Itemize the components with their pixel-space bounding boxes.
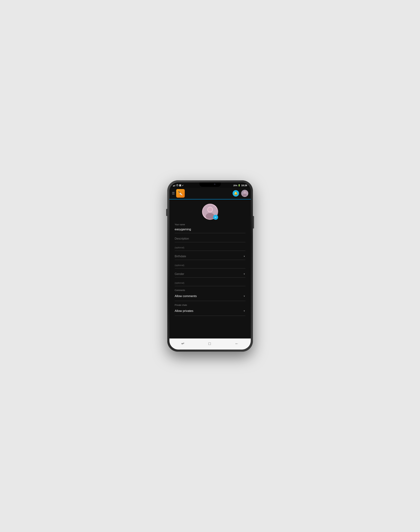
comments-value: Allow comments: [175, 293, 197, 299]
svg-point-9: [208, 207, 212, 212]
header-right: 🔔: [233, 190, 248, 197]
gender-row[interactable]: Gender ▼: [175, 271, 245, 277]
comments-row[interactable]: Allow comments ▼: [175, 292, 245, 300]
gender-hint: (optional): [175, 280, 245, 285]
private-chats-label: Private chats: [175, 304, 245, 306]
comments-divider: [175, 301, 245, 301]
edit-avatar-button[interactable]: ✏: [213, 215, 218, 220]
birthdate-arrow-icon: ▼: [243, 255, 245, 258]
status-right: 25% 🔋 18:26: [233, 184, 247, 187]
menu-icon[interactable]: ☰: [172, 192, 175, 195]
name-input[interactable]: [175, 227, 245, 232]
description-hint-divider: [175, 251, 245, 251]
bell-button[interactable]: 🔔: [233, 190, 239, 197]
svg-rect-0: [173, 186, 174, 186]
private-chats-divider: [175, 316, 245, 316]
private-chats-field-group: Private chats Allow privates ▼: [175, 304, 245, 316]
gender-divider: [175, 277, 245, 278]
comments-field-group: Comments Allow comments ▼: [175, 289, 245, 301]
description-field-group: Description (optional): [175, 236, 245, 251]
battery-percent: 25%: [233, 184, 237, 187]
gender-hint-divider: [175, 286, 245, 286]
svg-rect-1: [174, 185, 174, 186]
photo-icon: 🖼: [179, 184, 181, 187]
gender-arrow-icon: ▼: [243, 273, 245, 275]
user-avatar-header[interactable]: [241, 190, 248, 197]
check-icon: ✓: [182, 184, 184, 187]
clock: 18:26: [241, 184, 247, 187]
description-divider: [175, 242, 245, 242]
bottom-nav: ↵ □ ←: [169, 338, 251, 350]
gender-placeholder: Gender: [175, 273, 184, 276]
comments-label: Comments: [175, 289, 245, 291]
description-row: Description: [175, 236, 245, 241]
svg-rect-3: [175, 185, 176, 186]
app-logo: 🔪: [176, 189, 185, 198]
birthdate-row[interactable]: Birthdate ▼: [175, 254, 245, 259]
header-left: ☰ 🔪: [172, 189, 185, 198]
description-placeholder: Description: [175, 237, 189, 240]
name-label: Your name: [175, 223, 245, 226]
avatar-container: ✏: [202, 204, 218, 220]
gender-field-group: Gender ▼ (optional): [175, 271, 245, 286]
birthdate-hint-divider: [175, 268, 245, 269]
back-button[interactable]: ←: [231, 341, 242, 347]
profile-section: ✏: [169, 199, 251, 223]
phone-screen: ⓕ 🖼 ✓ 25% 🔋 18:26 ☰ 🔪 🔔: [169, 182, 251, 350]
birthdate-placeholder: Birthdate: [175, 255, 186, 258]
app-header: ☰ 🔪 🔔: [169, 188, 251, 199]
svg-rect-2: [174, 185, 175, 186]
comments-arrow-icon: ▼: [243, 295, 245, 297]
name-divider: [175, 233, 245, 233]
fb-icon: ⓕ: [176, 184, 178, 187]
main-content: ✏ Your name Description (optional): [169, 199, 251, 338]
notch: [199, 182, 221, 187]
private-chats-arrow-icon: ▼: [243, 310, 245, 312]
birthdate-divider: [175, 260, 245, 260]
svg-point-4: [243, 191, 246, 194]
description-hint: (optional): [175, 245, 245, 250]
name-field-group: Your name: [175, 223, 245, 233]
private-chats-value: Allow privates: [175, 308, 194, 314]
signal-icon: [173, 185, 176, 186]
svg-point-5: [242, 194, 247, 196]
birthdate-hint: (optional): [175, 263, 245, 268]
status-left: ⓕ 🖼 ✓: [173, 184, 184, 187]
private-chats-row[interactable]: Allow privates ▼: [175, 307, 245, 315]
battery-icon: 🔋: [238, 184, 240, 187]
front-camera: [214, 183, 215, 185]
recent-apps-button[interactable]: ↵: [178, 341, 188, 347]
home-button[interactable]: □: [205, 341, 214, 347]
phone-frame: ⓕ 🖼 ✓ 25% 🔋 18:26 ☰ 🔪 🔔: [167, 180, 253, 352]
form-section: Your name Description (optional): [169, 223, 251, 316]
birthdate-field-group: Birthdate ▼ (optional): [175, 254, 245, 269]
